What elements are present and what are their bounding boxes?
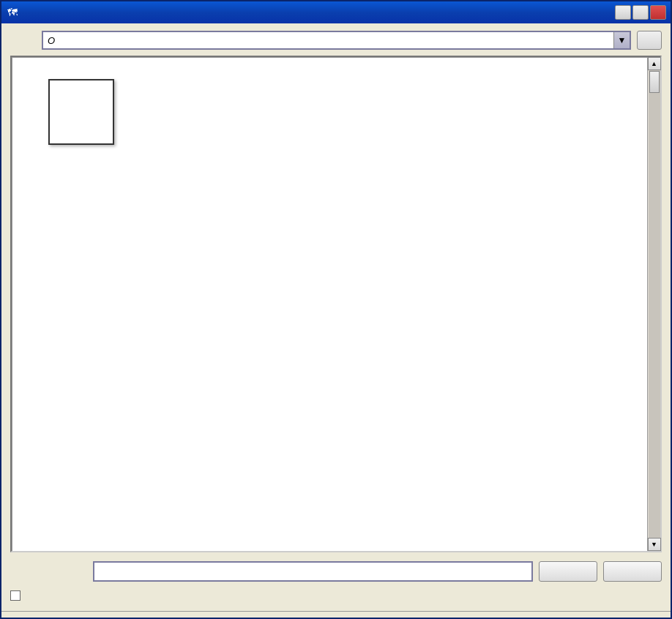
main-content: Ο ▼ ▲ ▼ <box>1 23 671 611</box>
title-bar: 🗺 <box>1 1 671 23</box>
scroll-thumb[interactable] <box>649 71 660 93</box>
scroll-down-button[interactable]: ▼ <box>648 538 661 551</box>
help-button[interactable] <box>637 31 662 50</box>
scroll-up-button[interactable]: ▲ <box>648 57 661 70</box>
copy-row <box>10 558 662 582</box>
font-icon: Ο <box>48 35 55 46</box>
maximize-button[interactable] <box>632 5 649 20</box>
font-select[interactable]: Ο ▼ <box>42 31 631 50</box>
zoom-popup <box>48 79 114 145</box>
copy-button[interactable] <box>603 561 662 582</box>
font-row: Ο ▼ <box>10 31 662 50</box>
advanced-view-checkbox[interactable] <box>10 590 20 601</box>
character-map-window: 🗺 Ο ▼ <box>0 0 672 619</box>
char-grid-container: ▲ ▼ <box>10 56 662 552</box>
window-icon: 🗺 <box>6 6 19 19</box>
font-select-text: Ο <box>43 35 613 46</box>
font-dropdown-arrow[interactable]: ▼ <box>613 32 630 48</box>
title-bar-buttons <box>615 5 666 20</box>
minimize-button[interactable] <box>615 5 631 20</box>
status-bar <box>1 611 671 618</box>
select-button[interactable] <box>539 561 597 582</box>
copy-input[interactable] <box>93 561 533 582</box>
scroll-track <box>649 70 660 538</box>
close-button[interactable] <box>650 5 666 20</box>
advanced-row <box>10 588 662 604</box>
scrollbar[interactable]: ▲ ▼ <box>647 57 660 551</box>
